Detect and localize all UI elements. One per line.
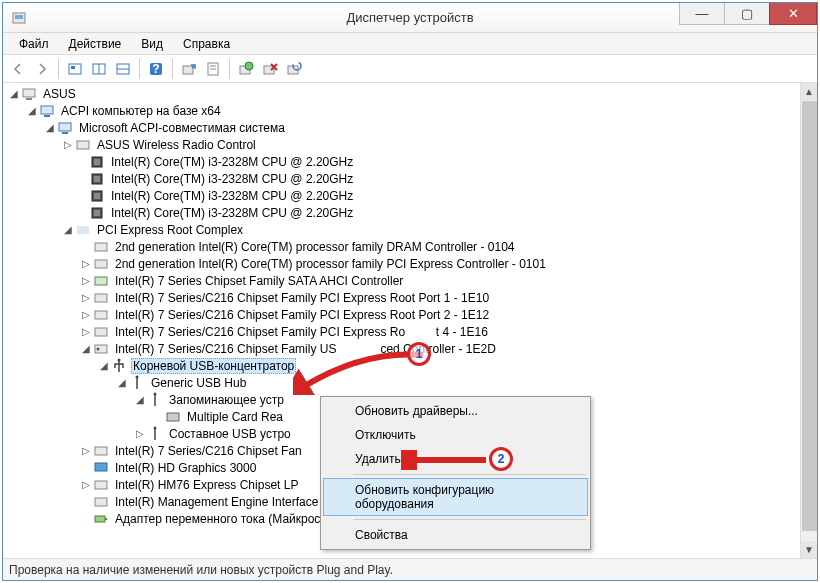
tree-label: ASUS <box>41 87 78 101</box>
expander-icon[interactable]: ◢ <box>7 88 21 99</box>
svg-rect-25 <box>77 141 89 149</box>
minimize-button[interactable]: — <box>679 3 725 25</box>
tb-scan[interactable] <box>178 58 200 80</box>
tb-uninstall[interactable] <box>259 58 281 80</box>
device-icon <box>93 290 109 306</box>
expander-icon[interactable]: ◢ <box>79 343 93 354</box>
tb-sep <box>172 59 173 79</box>
cm-properties[interactable]: Свойства <box>323 523 588 547</box>
tree-root[interactable]: ◢ ASUS <box>3 85 800 102</box>
device-icon <box>93 239 109 255</box>
tree-label: Intel(R) Core(TM) i3-2328M CPU @ 2.20GHz <box>109 206 355 220</box>
display-icon <box>93 460 109 476</box>
tree-label: Intel(R) 7 Series/C216 Chipset Family PC… <box>113 308 491 322</box>
tb-sep <box>58 59 59 79</box>
tb-view2[interactable] <box>112 58 134 80</box>
svg-rect-52 <box>95 516 105 522</box>
menu-action[interactable]: Действие <box>59 35 132 53</box>
expander-icon[interactable]: ▷ <box>79 326 93 337</box>
expander-icon[interactable]: ▷ <box>79 275 93 286</box>
svg-rect-3 <box>71 66 75 69</box>
tree-item[interactable]: · Intel(R) Core(TM) i3-2328M CPU @ 2.20G… <box>3 153 800 170</box>
tree-item[interactable]: ◢ Microsoft ACPI-совместимая система <box>3 119 800 136</box>
device-icon <box>93 256 109 272</box>
expander-icon[interactable]: ▷ <box>133 428 147 439</box>
svg-rect-29 <box>94 176 100 182</box>
tree-label: Intel(R) Core(TM) i3-2328M CPU @ 2.20GHz <box>109 155 355 169</box>
tree-label: Intel(R) 7 Series/C216 Chipset Family PC… <box>113 325 407 339</box>
tree-label: 2nd generation Intel(R) Core(TM) process… <box>113 240 516 254</box>
expander-icon[interactable]: ◢ <box>25 105 39 116</box>
tree-item[interactable]: ▷ Intel(R) 7 Series/C216 Chipset Family … <box>3 323 800 340</box>
tree-item[interactable]: ▷ ASUS Wireless Radio Control <box>3 136 800 153</box>
cpu-icon <box>89 188 105 204</box>
menu-file[interactable]: Файл <box>9 35 59 53</box>
tb-back[interactable] <box>7 58 29 80</box>
expander-icon[interactable]: ◢ <box>97 360 111 371</box>
tree-item[interactable]: ▷ Intel(R) 7 Series/C216 Chipset Family … <box>3 289 800 306</box>
statusbar: Проверка на наличие изменений или новых … <box>3 558 817 580</box>
tb-view1[interactable] <box>88 58 110 80</box>
svg-rect-21 <box>41 106 53 114</box>
tree-item[interactable]: · Intel(R) Core(TM) i3-2328M CPU @ 2.20G… <box>3 204 800 221</box>
expander-icon[interactable]: ▷ <box>79 258 93 269</box>
svg-rect-36 <box>95 260 107 268</box>
tree-label: Intel(R) 7 Series/C216 Chipset Fan <box>113 444 304 458</box>
tree-item[interactable]: ▷ Intel(R) 7 Series/C216 Chipset Family … <box>3 306 800 323</box>
tb-update[interactable] <box>235 58 257 80</box>
scroll-thumb[interactable] <box>802 101 817 531</box>
cpu-icon <box>89 171 105 187</box>
svg-rect-51 <box>95 498 107 506</box>
cm-disable[interactable]: Отключить <box>323 423 588 447</box>
tree-item[interactable]: · 2nd generation Intel(R) Core(TM) proce… <box>3 238 800 255</box>
tree-label: Generic USB Hub <box>149 376 248 390</box>
svg-text:?: ? <box>152 62 159 76</box>
window: Диспетчер устройств — ▢ ✕ Файл Действие … <box>2 2 818 581</box>
menu-help[interactable]: Справка <box>173 35 240 53</box>
maximize-button[interactable]: ▢ <box>724 3 770 25</box>
expander-icon[interactable]: ▷ <box>79 292 93 303</box>
expander-icon[interactable]: ◢ <box>115 377 129 388</box>
tree-item[interactable]: ◢ ACPI компьютер на базе x64 <box>3 102 800 119</box>
expander-icon[interactable]: ▷ <box>79 309 93 320</box>
scrollbar[interactable]: ▲ ▼ <box>800 83 817 558</box>
tree-item[interactable]: · Intel(R) Core(TM) i3-2328M CPU @ 2.20G… <box>3 170 800 187</box>
tree-item[interactable]: ▷ Intel(R) 7 Series Chipset Family SATA … <box>3 272 800 289</box>
tree-label: ACPI компьютер на базе x64 <box>59 104 223 118</box>
annotation-arrow-2 <box>401 450 491 470</box>
menu-view[interactable]: Вид <box>131 35 173 53</box>
expander-icon[interactable]: ◢ <box>61 224 75 235</box>
usb-icon <box>93 341 109 357</box>
tb-sep <box>229 59 230 79</box>
tree-label: Составное USB устро <box>167 427 293 441</box>
svg-rect-33 <box>94 210 100 216</box>
tb-props[interactable] <box>202 58 224 80</box>
tb-refresh[interactable] <box>283 58 305 80</box>
menubar: Файл Действие Вид Справка <box>3 33 817 55</box>
tb-fwd[interactable] <box>31 58 53 80</box>
cm-scan-hardware[interactable]: Обновить конфигурацию оборудования <box>323 478 588 516</box>
tree-item[interactable]: · Intel(R) Core(TM) i3-2328M CPU @ 2.20G… <box>3 187 800 204</box>
svg-rect-27 <box>94 159 100 165</box>
tree-item[interactable]: ▷ 2nd generation Intel(R) Core(TM) proce… <box>3 255 800 272</box>
tb-show-hidden[interactable] <box>64 58 86 80</box>
tree-item[interactable]: ◢ PCI Express Root Complex <box>3 221 800 238</box>
expander-icon[interactable]: ◢ <box>133 394 147 405</box>
close-button[interactable]: ✕ <box>769 3 817 25</box>
expander-icon[interactable]: ▷ <box>79 445 93 456</box>
device-icon <box>93 477 109 493</box>
usb-icon <box>147 392 163 408</box>
expander-icon[interactable]: ◢ <box>43 122 57 133</box>
device-icon <box>75 222 91 238</box>
expander-icon[interactable]: ▷ <box>61 139 75 150</box>
cm-update-drivers[interactable]: Обновить драйверы... <box>323 399 588 423</box>
svg-rect-39 <box>95 311 107 319</box>
svg-rect-35 <box>95 243 107 251</box>
cm-separator <box>353 474 586 475</box>
tb-help[interactable]: ? <box>145 58 167 80</box>
scroll-down[interactable]: ▼ <box>801 541 817 558</box>
cpu-icon <box>89 205 105 221</box>
scroll-up[interactable]: ▲ <box>801 83 817 100</box>
tree-label: 2nd generation Intel(R) Core(TM) process… <box>113 257 548 271</box>
expander-icon[interactable]: ▷ <box>79 479 93 490</box>
